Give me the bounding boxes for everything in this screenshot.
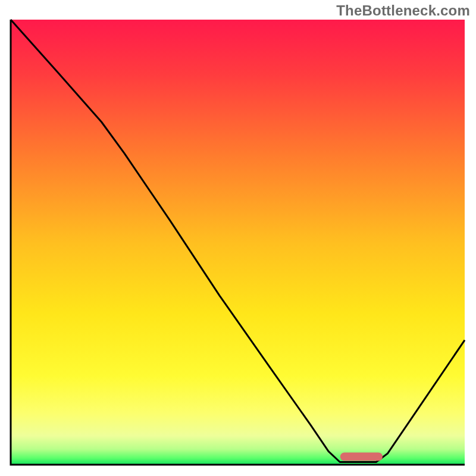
gradient-background [11,20,465,465]
bottleneck-chart [0,0,476,476]
watermark-label: TheBottleneck.com [336,2,470,19]
